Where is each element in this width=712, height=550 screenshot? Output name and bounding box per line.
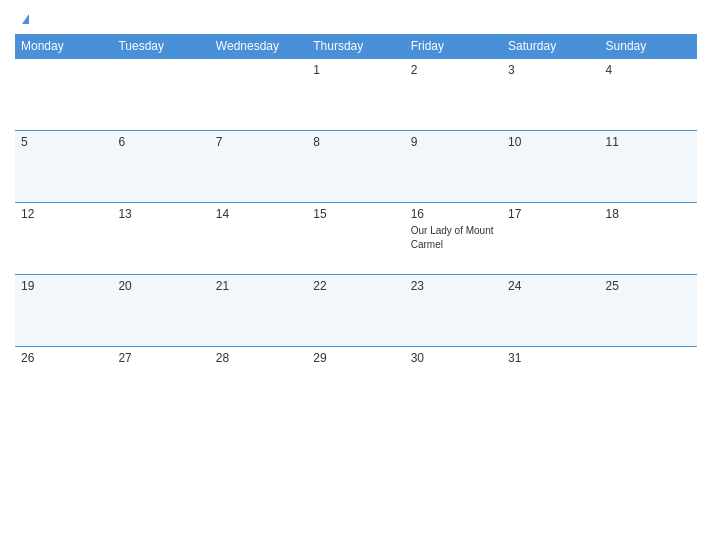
day-number: 6	[118, 135, 203, 149]
calendar-week-row: 1213141516Our Lady of Mount Carmel1718	[15, 203, 697, 275]
day-number: 5	[21, 135, 106, 149]
calendar-day-cell: 24	[502, 275, 599, 347]
weekday-header-saturday: Saturday	[502, 34, 599, 59]
calendar-day-cell: 2	[405, 59, 502, 131]
calendar-day-cell: 10	[502, 131, 599, 203]
calendar-week-row: 1234	[15, 59, 697, 131]
day-number: 10	[508, 135, 593, 149]
calendar-day-cell	[600, 347, 697, 419]
calendar-day-cell: 23	[405, 275, 502, 347]
day-number: 15	[313, 207, 398, 221]
day-number: 14	[216, 207, 301, 221]
day-number: 18	[606, 207, 691, 221]
day-number: 24	[508, 279, 593, 293]
calendar-day-cell: 17	[502, 203, 599, 275]
calendar-day-cell: 27	[112, 347, 209, 419]
day-number: 12	[21, 207, 106, 221]
day-number: 2	[411, 63, 496, 77]
holiday-label: Our Lady of Mount Carmel	[411, 225, 494, 250]
calendar-day-cell: 1	[307, 59, 404, 131]
calendar-container: MondayTuesdayWednesdayThursdayFridaySatu…	[0, 0, 712, 550]
weekday-header-friday: Friday	[405, 34, 502, 59]
calendar-grid: MondayTuesdayWednesdayThursdayFridaySatu…	[15, 34, 697, 419]
day-number: 30	[411, 351, 496, 365]
calendar-day-cell: 16Our Lady of Mount Carmel	[405, 203, 502, 275]
calendar-day-cell: 4	[600, 59, 697, 131]
calendar-day-cell	[15, 59, 112, 131]
calendar-day-cell: 5	[15, 131, 112, 203]
day-number: 29	[313, 351, 398, 365]
calendar-day-cell: 12	[15, 203, 112, 275]
calendar-day-cell: 6	[112, 131, 209, 203]
calendar-day-cell	[210, 59, 307, 131]
day-number: 3	[508, 63, 593, 77]
weekday-header-thursday: Thursday	[307, 34, 404, 59]
day-number: 4	[606, 63, 691, 77]
calendar-week-row: 19202122232425	[15, 275, 697, 347]
day-number: 7	[216, 135, 301, 149]
day-number: 20	[118, 279, 203, 293]
calendar-week-row: 567891011	[15, 131, 697, 203]
calendar-day-cell: 7	[210, 131, 307, 203]
logo-top-row	[20, 10, 29, 26]
day-number: 1	[313, 63, 398, 77]
calendar-day-cell: 3	[502, 59, 599, 131]
weekday-header-row: MondayTuesdayWednesdayThursdayFridaySatu…	[15, 34, 697, 59]
calendar-day-cell: 26	[15, 347, 112, 419]
calendar-day-cell: 8	[307, 131, 404, 203]
day-number: 17	[508, 207, 593, 221]
day-number: 27	[118, 351, 203, 365]
weekday-header-tuesday: Tuesday	[112, 34, 209, 59]
calendar-day-cell: 29	[307, 347, 404, 419]
calendar-day-cell: 11	[600, 131, 697, 203]
day-number: 16	[411, 207, 496, 221]
weekday-header-wednesday: Wednesday	[210, 34, 307, 59]
logo	[20, 10, 29, 26]
day-number: 19	[21, 279, 106, 293]
calendar-day-cell: 14	[210, 203, 307, 275]
day-number: 23	[411, 279, 496, 293]
calendar-week-row: 262728293031	[15, 347, 697, 419]
day-number: 9	[411, 135, 496, 149]
calendar-day-cell: 9	[405, 131, 502, 203]
calendar-day-cell: 15	[307, 203, 404, 275]
calendar-day-cell: 19	[15, 275, 112, 347]
calendar-day-cell: 30	[405, 347, 502, 419]
weekday-header-monday: Monday	[15, 34, 112, 59]
calendar-day-cell: 31	[502, 347, 599, 419]
calendar-day-cell: 22	[307, 275, 404, 347]
calendar-day-cell: 28	[210, 347, 307, 419]
calendar-day-cell: 20	[112, 275, 209, 347]
logo-triangle-icon	[22, 14, 29, 24]
calendar-header	[15, 10, 697, 26]
day-number: 8	[313, 135, 398, 149]
day-number: 13	[118, 207, 203, 221]
weekday-header-sunday: Sunday	[600, 34, 697, 59]
day-number: 28	[216, 351, 301, 365]
day-number: 31	[508, 351, 593, 365]
day-number: 11	[606, 135, 691, 149]
calendar-day-cell: 21	[210, 275, 307, 347]
calendar-day-cell: 18	[600, 203, 697, 275]
calendar-day-cell: 13	[112, 203, 209, 275]
calendar-day-cell	[112, 59, 209, 131]
calendar-day-cell: 25	[600, 275, 697, 347]
day-number: 26	[21, 351, 106, 365]
day-number: 25	[606, 279, 691, 293]
day-number: 21	[216, 279, 301, 293]
day-number: 22	[313, 279, 398, 293]
